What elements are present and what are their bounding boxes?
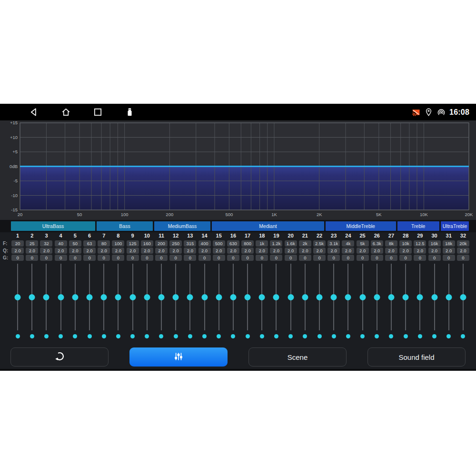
q-value[interactable]: 2.0	[443, 248, 455, 254]
slider-thumb[interactable]	[15, 294, 21, 300]
gain-slider[interactable]	[129, 264, 136, 330]
freq-value[interactable]: 315	[184, 240, 196, 247]
freq-value[interactable]: 10k	[399, 240, 412, 247]
slider-thumb[interactable]	[331, 294, 337, 300]
gain-value[interactable]: 0	[399, 255, 412, 261]
slider-thumb[interactable]	[288, 294, 294, 300]
gain-slider[interactable]	[330, 264, 337, 330]
slider-thumb[interactable]	[403, 294, 409, 300]
slider-thumb[interactable]	[460, 294, 466, 300]
q-value[interactable]: 2.0	[299, 248, 311, 254]
q-value[interactable]: 2.0	[385, 248, 397, 254]
q-value[interactable]: 2.0	[457, 248, 469, 254]
freq-value[interactable]: 1k	[256, 240, 268, 247]
gain-value[interactable]: 0	[313, 255, 326, 261]
freq-value[interactable]: 1.6k	[285, 240, 297, 247]
freq-value[interactable]: 25	[26, 240, 38, 247]
q-value[interactable]: 2.0	[184, 248, 196, 254]
gain-value[interactable]: 0	[256, 255, 268, 261]
slider-thumb[interactable]	[87, 294, 93, 300]
gain-value[interactable]: 0	[169, 255, 182, 261]
q-value[interactable]: 2.0	[26, 248, 38, 254]
gain-slider[interactable]	[345, 264, 351, 330]
slider-thumb[interactable]	[129, 294, 136, 300]
gain-value[interactable]: 0	[285, 255, 297, 261]
gain-slider[interactable]	[14, 264, 21, 330]
slider-thumb[interactable]	[201, 294, 208, 300]
freq-value[interactable]: 16k	[428, 240, 441, 247]
freq-value[interactable]: 12.5	[414, 240, 426, 247]
back-icon[interactable]	[29, 107, 40, 118]
gain-slider[interactable]	[431, 264, 438, 330]
freq-value[interactable]: 630	[227, 240, 239, 247]
freq-value[interactable]: 32	[40, 240, 52, 247]
freq-value[interactable]: 80	[98, 240, 110, 247]
q-value[interactable]: 2.0	[55, 248, 67, 254]
gain-slider[interactable]	[374, 264, 380, 330]
slider-thumb[interactable]	[302, 294, 308, 300]
gain-value[interactable]: 0	[155, 255, 168, 261]
q-value[interactable]: 2.0	[213, 248, 225, 254]
q-value[interactable]: 2.0	[69, 248, 81, 254]
q-value[interactable]: 2.0	[11, 248, 24, 254]
gain-value[interactable]: 0	[227, 255, 239, 261]
freq-value[interactable]: 20	[11, 240, 24, 247]
q-value[interactable]: 2.0	[256, 248, 268, 254]
freq-value[interactable]: 500	[213, 240, 225, 247]
slider-thumb[interactable]	[173, 294, 179, 300]
gain-slider[interactable]	[172, 264, 179, 330]
sound-field-button[interactable]: Sound field	[367, 347, 466, 367]
gain-value[interactable]: 0	[457, 255, 469, 261]
gain-value[interactable]: 0	[198, 255, 211, 261]
slider-thumb[interactable]	[101, 294, 107, 300]
gain-slider[interactable]	[230, 264, 237, 330]
gain-slider[interactable]	[187, 264, 193, 330]
q-value[interactable]: 2.0	[399, 248, 412, 254]
slider-thumb[interactable]	[245, 294, 251, 300]
gain-value[interactable]: 0	[371, 255, 383, 261]
q-value[interactable]: 2.0	[198, 248, 211, 254]
freq-value[interactable]: 20k	[457, 240, 469, 247]
slider-thumb[interactable]	[115, 294, 121, 300]
gain-slider[interactable]	[158, 264, 165, 330]
q-value[interactable]: 2.0	[98, 248, 110, 254]
q-value[interactable]: 2.0	[40, 248, 52, 254]
gain-value[interactable]: 0	[40, 255, 52, 261]
gain-value[interactable]: 0	[26, 255, 38, 261]
slider-thumb[interactable]	[72, 294, 78, 300]
gain-value[interactable]: 0	[213, 255, 225, 261]
gain-slider[interactable]	[302, 264, 308, 330]
freq-value[interactable]: 2.5k	[313, 240, 326, 247]
gain-slider[interactable]	[446, 264, 452, 330]
q-value[interactable]: 2.0	[270, 248, 282, 254]
slider-thumb[interactable]	[144, 294, 150, 300]
freq-value[interactable]: 50	[69, 240, 81, 247]
home-icon[interactable]	[60, 107, 71, 118]
equalizer-button[interactable]	[129, 347, 228, 367]
q-value[interactable]: 2.0	[155, 248, 168, 254]
q-value[interactable]: 2.0	[112, 248, 124, 254]
gain-value[interactable]: 0	[127, 255, 139, 261]
freq-value[interactable]: 6.3k	[371, 240, 383, 247]
recents-icon[interactable]	[92, 107, 103, 118]
gain-value[interactable]: 0	[55, 255, 67, 261]
freq-value[interactable]: 400	[198, 240, 211, 247]
slider-thumb[interactable]	[388, 294, 394, 300]
slider-thumb[interactable]	[216, 294, 222, 300]
q-value[interactable]: 2.0	[83, 248, 96, 254]
slider-thumb[interactable]	[29, 294, 35, 300]
gain-slider[interactable]	[402, 264, 409, 330]
freq-value[interactable]: 200	[155, 240, 168, 247]
gain-slider[interactable]	[216, 264, 222, 330]
freq-value[interactable]: 125	[127, 240, 139, 247]
freq-value[interactable]: 5k	[357, 240, 369, 247]
gain-slider[interactable]	[58, 264, 64, 330]
reset-button[interactable]	[10, 347, 109, 367]
gain-slider[interactable]	[359, 264, 366, 330]
gain-slider[interactable]	[288, 264, 294, 330]
slider-thumb[interactable]	[273, 294, 279, 300]
freq-value[interactable]: 800	[241, 240, 254, 247]
freq-value[interactable]: 100	[112, 240, 124, 247]
freq-value[interactable]: 18k	[443, 240, 455, 247]
freq-value[interactable]: 8k	[385, 240, 397, 247]
